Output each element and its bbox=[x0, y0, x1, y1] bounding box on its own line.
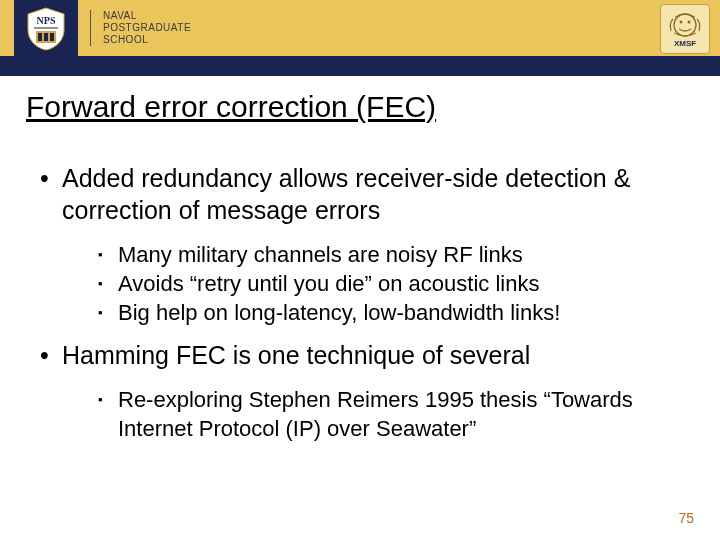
svg-point-5 bbox=[674, 14, 696, 36]
sub-bullet: Many military channels are noisy RF link… bbox=[98, 240, 698, 269]
svg-text:NPS: NPS bbox=[37, 15, 56, 26]
xmsf-logo: XMSF bbox=[660, 4, 710, 54]
bullet-2-sublist: Re-exploring Stephen Reimers 1995 thesis… bbox=[62, 385, 698, 443]
bullet-1-text: Added redundancy allows receiver-side de… bbox=[62, 164, 630, 224]
sub-bullet: Avoids “retry until you die” on acoustic… bbox=[98, 269, 698, 298]
institution-line-1: NAVAL bbox=[103, 10, 191, 22]
sub-bullet: Re-exploring Stephen Reimers 1995 thesis… bbox=[98, 385, 698, 443]
xmsf-label: XMSF bbox=[674, 39, 696, 48]
navy-divider-bar bbox=[0, 56, 720, 76]
header-band: NPS NAVAL POSTGRADUATE SCHOOL XMSF bbox=[0, 0, 720, 56]
institution-line-2: POSTGRADUATE bbox=[103, 22, 191, 34]
institution-line-3: SCHOOL bbox=[103, 34, 191, 46]
svg-rect-2 bbox=[38, 33, 42, 41]
svg-point-7 bbox=[688, 21, 691, 24]
slide-content: Forward error correction (FEC) Added red… bbox=[0, 76, 720, 443]
nps-shield-logo: NPS bbox=[14, 0, 78, 56]
bullet-1-sublist: Many military channels are noisy RF link… bbox=[62, 240, 698, 327]
bullet-1: Added redundancy allows receiver-side de… bbox=[40, 162, 698, 327]
bullet-2-text: Hamming FEC is one technique of several bbox=[62, 341, 530, 369]
main-bullet-list: Added redundancy allows receiver-side de… bbox=[22, 162, 698, 443]
institution-name: NAVAL POSTGRADUATE SCHOOL bbox=[90, 10, 191, 46]
svg-rect-4 bbox=[50, 33, 54, 41]
sub-bullet: Big help on long-latency, low-bandwidth … bbox=[98, 298, 698, 327]
slide-title: Forward error correction (FEC) bbox=[22, 90, 698, 124]
svg-rect-3 bbox=[44, 33, 48, 41]
svg-point-6 bbox=[680, 21, 683, 24]
bullet-2: Hamming FEC is one technique of several … bbox=[40, 339, 698, 443]
page-number: 75 bbox=[678, 510, 694, 526]
